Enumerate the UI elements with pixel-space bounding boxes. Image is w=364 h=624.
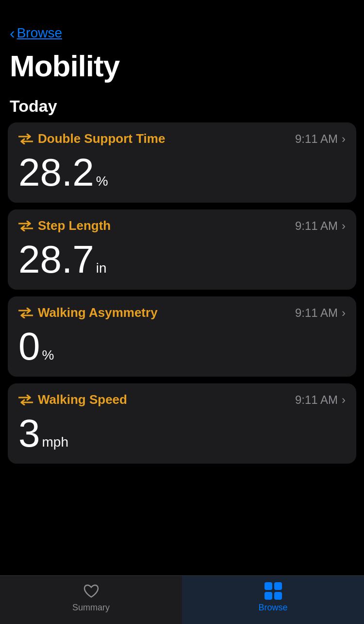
page-title: Mobility xyxy=(0,43,364,93)
double-support-time-card[interactable]: Double Support Time 9:11 AM › 28.2 % xyxy=(8,122,356,203)
browse-tab-label: Browse xyxy=(258,603,287,613)
card-title-row: Walking Speed xyxy=(18,392,127,407)
chevron-right-icon: › xyxy=(342,132,346,146)
walking-asymmetry-value-row: 0 % xyxy=(18,327,346,366)
double-support-time-title: Double Support Time xyxy=(38,131,165,146)
walking-speed-value-row: 3 mph xyxy=(18,414,346,453)
grid-cell-4 xyxy=(274,592,282,600)
grid-cell-3 xyxy=(265,592,272,600)
grid-cell-2 xyxy=(274,582,282,590)
summary-tab[interactable]: Summary xyxy=(0,576,182,624)
double-support-time-unit: % xyxy=(96,173,108,189)
walking-asymmetry-title: Walking Asymmetry xyxy=(38,305,158,320)
step-length-timestamp: 9:11 AM xyxy=(295,219,338,233)
walking-speed-unit: mph xyxy=(42,434,68,450)
double-support-time-value-row: 28.2 % xyxy=(18,153,346,192)
summary-tab-label: Summary xyxy=(72,603,110,613)
chevron-right-icon: › xyxy=(342,306,346,320)
back-chevron-icon: ‹ xyxy=(10,25,15,41)
walking-speed-title: Walking Speed xyxy=(38,392,127,407)
browse-grid-icon xyxy=(265,582,282,600)
card-title-row: Double Support Time xyxy=(18,131,165,146)
step-length-value-row: 28.7 in xyxy=(18,240,346,279)
walking-speed-value: 3 xyxy=(18,414,40,453)
walking-asymmetry-value: 0 xyxy=(18,327,40,366)
back-label[interactable]: Browse xyxy=(17,25,62,41)
double-support-time-timestamp: 9:11 AM xyxy=(295,132,338,146)
back-button[interactable]: ‹ Browse xyxy=(10,25,62,41)
transfer-icon xyxy=(18,221,33,231)
step-length-unit: in xyxy=(96,260,107,276)
step-length-value: 28.7 xyxy=(18,240,94,279)
card-header: Double Support Time 9:11 AM › xyxy=(18,131,346,146)
transfer-icon xyxy=(18,395,33,405)
card-time-row: 9:11 AM › xyxy=(295,306,346,320)
grid-cell-1 xyxy=(265,582,272,590)
card-time-row: 9:11 AM › xyxy=(295,393,346,407)
status-bar xyxy=(0,0,364,21)
card-time-row: 9:11 AM › xyxy=(295,132,346,146)
step-length-card[interactable]: Step Length 9:11 AM › 28.7 in xyxy=(8,209,356,290)
browse-tab[interactable]: Browse xyxy=(182,576,364,624)
section-title: Today xyxy=(0,93,364,122)
chevron-right-icon: › xyxy=(342,393,346,407)
card-header: Step Length 9:11 AM › xyxy=(18,218,346,233)
card-title-row: Step Length xyxy=(18,218,111,233)
walking-asymmetry-card[interactable]: Walking Asymmetry 9:11 AM › 0 % xyxy=(8,296,356,377)
tab-bar: Summary Browse xyxy=(0,575,364,624)
chevron-right-icon: › xyxy=(342,219,346,233)
transfer-icon xyxy=(18,308,33,318)
transfer-icon xyxy=(18,134,33,144)
step-length-title: Step Length xyxy=(38,218,111,233)
content-area: Mobility Today Double Support Time 9:11 … xyxy=(0,43,364,517)
card-title-row: Walking Asymmetry xyxy=(18,305,158,320)
walking-speed-card[interactable]: Walking Speed 9:11 AM › 3 mph xyxy=(8,383,356,464)
card-header: Walking Speed 9:11 AM › xyxy=(18,392,346,407)
nav-bar: ‹ Browse xyxy=(0,21,364,43)
card-time-row: 9:11 AM › xyxy=(295,219,346,233)
walking-asymmetry-timestamp: 9:11 AM xyxy=(295,306,338,320)
card-header: Walking Asymmetry 9:11 AM › xyxy=(18,305,346,320)
walking-speed-timestamp: 9:11 AM xyxy=(295,393,338,407)
cards-container: Double Support Time 9:11 AM › 28.2 % xyxy=(0,122,364,464)
double-support-time-value: 28.2 xyxy=(18,153,94,192)
walking-asymmetry-unit: % xyxy=(42,347,54,363)
heart-icon xyxy=(83,582,100,600)
